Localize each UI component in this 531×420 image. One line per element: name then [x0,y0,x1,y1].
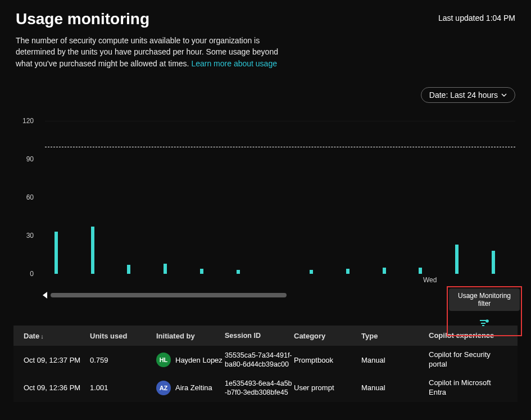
usage-chart: 0306090120 Wed [22,121,515,290]
y-tick-label: 120 [22,117,34,125]
cell-initiated-by: HLHayden Lopez [156,353,225,367]
cell-date: Oct 09, 12:37 PM [24,356,90,364]
slider-left-arrow-icon[interactable] [43,292,47,299]
usage-table: Date↓ Units used Initiated by Session ID… [13,326,518,402]
page-title: Usage monitoring [16,10,149,28]
date-range-label: Date: Last 24 hours [429,91,498,100]
sort-desc-icon: ↓ [40,333,44,340]
cell-category: Promptbook [294,356,361,364]
col-header-type[interactable]: Type [361,332,429,340]
col-header-session[interactable]: Session ID [225,331,294,340]
filter-icon[interactable] [479,319,489,328]
cell-copilot-experience: Copilot in Microsoft Entra [429,378,496,398]
usage-bar[interactable] [346,269,350,274]
avatar: AZ [156,381,171,395]
avatar: HL [156,353,171,367]
usage-bar[interactable] [455,245,459,274]
initiated-name: Hayden Lopez [175,356,223,364]
col-header-initiated[interactable]: Initiated by [156,332,225,340]
col-header-date[interactable]: Date↓ [24,332,90,340]
usage-bar[interactable] [383,268,386,274]
chevron-down-icon [501,91,507,100]
usage-bar[interactable] [127,265,130,274]
cell-session-id: 1e535493-6ea4-4a5b-b7f0-3edb308bfe45 [225,379,294,398]
cell-category: User prompt [294,383,361,392]
y-tick-label: 90 [26,155,34,163]
usage-bar[interactable] [200,269,203,274]
usage-bar[interactable] [91,227,94,274]
learn-more-link[interactable]: Learn more about usage [191,59,277,68]
usage-bar[interactable] [419,268,422,274]
page-description: The number of security compute units ava… [16,35,297,69]
cell-copilot-experience: Copilot for Security portal [429,350,496,369]
usage-bar[interactable] [164,264,167,274]
filter-tooltip: Usage Monitoring filter [449,288,520,311]
table-row[interactable]: Oct 09, 12:36 PM1.001AZAira Zeltina1e535… [13,374,518,402]
table-row[interactable]: Oct 09, 12:37 PM0.759HLHayden Lopez35535… [13,346,518,374]
last-updated-label: Last updated 1:04 PM [438,13,515,22]
usage-bar[interactable] [237,270,240,274]
cell-units: 1.001 [90,383,156,392]
cell-session-id: 35535ca5-7a34-491f-ba80-6d44cb39ac00 [225,351,294,369]
usage-bar[interactable] [310,270,313,274]
y-tick-label: 0 [30,270,34,278]
capacity-line [45,147,515,147]
y-tick-label: 30 [26,232,34,240]
y-tick-label: 60 [26,193,34,201]
col-header-units[interactable]: Units used [90,332,156,340]
cell-type: Manual [361,356,429,364]
col-header-category[interactable]: Category [294,332,361,340]
time-range-slider[interactable] [51,293,287,297]
cell-date: Oct 09, 12:36 PM [24,383,90,392]
usage-bar[interactable] [492,251,495,274]
svg-point-3 [485,319,489,323]
date-range-dropdown[interactable]: Date: Last 24 hours [421,87,515,103]
usage-bar[interactable] [55,232,58,274]
initiated-name: Aira Zeltina [175,383,212,392]
cell-initiated-by: AZAira Zeltina [156,381,225,395]
filter-callout: Usage Monitoring filter [447,286,522,336]
x-tick-label: Wed [423,276,437,284]
table-header-row: Date↓ Units used Initiated by Session ID… [13,326,518,346]
cell-type: Manual [361,383,429,392]
cell-units: 0.759 [90,356,156,364]
